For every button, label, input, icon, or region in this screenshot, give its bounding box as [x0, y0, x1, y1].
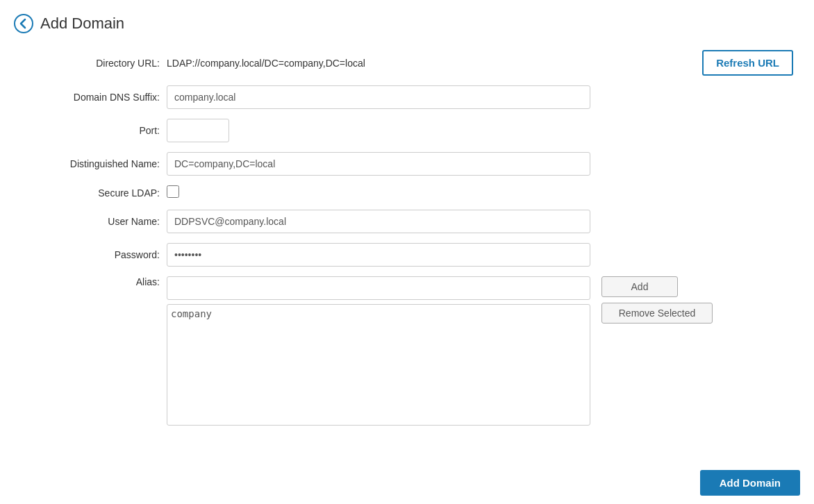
alias-wrapper: company	[167, 276, 590, 428]
domain-dns-suffix-input[interactable]	[167, 85, 590, 109]
secure-ldap-field	[167, 185, 590, 200]
alias-listbox[interactable]: company	[167, 304, 590, 426]
domain-dns-suffix-row: Domain DNS Suffix:	[14, 85, 793, 109]
domain-dns-suffix-field	[167, 85, 590, 109]
port-input[interactable]	[167, 119, 229, 142]
user-name-row: User Name:	[14, 210, 793, 233]
distinguished-name-label: Distinguished Name:	[14, 158, 167, 169]
add-domain-button[interactable]: Add Domain	[700, 470, 800, 496]
secure-ldap-checkbox[interactable]	[167, 185, 179, 198]
port-field	[167, 119, 590, 142]
password-field	[167, 243, 590, 267]
directory-url-row: Directory URL: LDAP://company.local/DC=c…	[14, 50, 793, 76]
distinguished-name-input[interactable]	[167, 152, 590, 176]
alias-row: Alias: company Add Remove Selected	[14, 276, 793, 428]
distinguished-name-field	[167, 152, 590, 176]
page-container: Add Domain Directory URL: LDAP://company…	[0, 0, 814, 504]
user-name-label: User Name:	[14, 216, 167, 227]
port-row: Port:	[14, 119, 793, 142]
refresh-url-button[interactable]: Refresh URL	[702, 50, 793, 76]
directory-url-value: LDAP://company.local/DC=company,DC=local	[167, 53, 365, 73]
add-domain-footer: Add Domain	[0, 462, 814, 504]
alias-buttons: Add Remove Selected	[601, 276, 713, 324]
password-input[interactable]	[167, 243, 590, 267]
secure-ldap-row: Secure LDAP:	[14, 185, 793, 200]
user-name-field	[167, 210, 590, 233]
password-label: Password:	[14, 249, 167, 260]
svg-point-0	[15, 15, 33, 33]
add-alias-button[interactable]: Add	[601, 276, 678, 297]
port-label: Port:	[14, 125, 167, 136]
remove-selected-button[interactable]: Remove Selected	[601, 303, 713, 324]
alias-label: Alias:	[14, 276, 167, 287]
user-name-input[interactable]	[167, 210, 590, 233]
distinguished-name-row: Distinguished Name:	[14, 152, 793, 176]
secure-ldap-label: Secure LDAP:	[14, 187, 167, 199]
page-title-row: Add Domain	[14, 14, 793, 33]
form-table: Directory URL: LDAP://company.local/DC=c…	[14, 50, 793, 428]
password-row: Password:	[14, 243, 793, 267]
directory-url-label: Directory URL:	[14, 58, 167, 69]
alias-input[interactable]	[167, 276, 590, 300]
page-title: Add Domain	[40, 15, 124, 33]
back-icon[interactable]	[14, 14, 33, 33]
domain-dns-suffix-label: Domain DNS Suffix:	[14, 92, 167, 103]
